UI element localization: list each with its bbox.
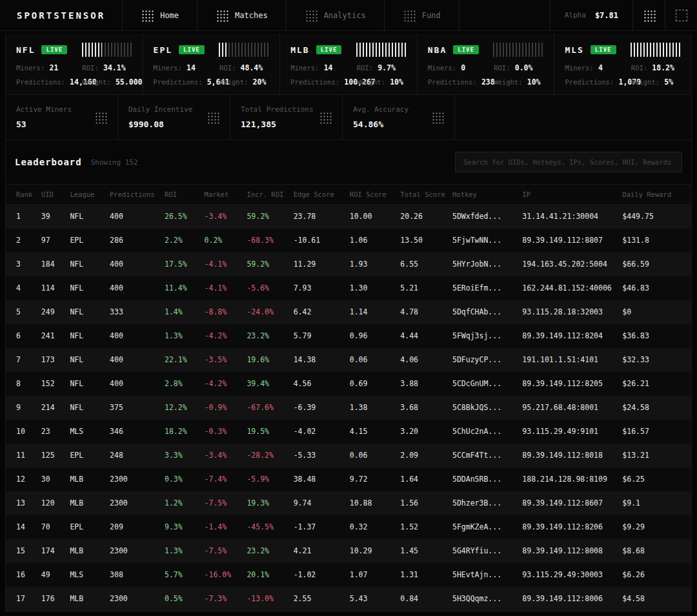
table-row[interactable]: 13120MLB23001.2%-7.5%19.3%9.7410.881.565…	[6, 491, 691, 515]
nav-items: HomeMatchesAnalyticsFund	[123, 0, 459, 30]
column-header-league[interactable]: League	[66, 185, 106, 205]
cell-hotkey: 5ERoiEfm...	[449, 276, 518, 300]
cell-edge-score: -6.39	[290, 396, 346, 420]
table-row[interactable]: 6241NFL4001.3%-4.2%23.2%5.790.964.445FWq…	[6, 324, 691, 348]
cell-incr-roi: 19.3%	[243, 491, 289, 515]
cell-ip: 93.115.29.49:30003	[518, 563, 618, 587]
cell-daily-reward: $9.29	[618, 515, 691, 539]
nav-item-matches[interactable]: Matches	[197, 0, 287, 30]
fullscreen-button[interactable]	[665, 0, 697, 30]
cell-market: -1.4%	[201, 515, 243, 539]
cell-edge-score: 5.79	[290, 324, 346, 348]
nav-item-home[interactable]: Home	[123, 0, 197, 30]
cell-roi-score: 1.30	[346, 276, 397, 300]
cell-roi-score: 0.69	[346, 372, 397, 396]
column-header-incr-roi[interactable]: Incr. ROI	[243, 185, 289, 205]
table-row[interactable]: 9214NFL37512.2%-0.9%-67.6%-6.391.383.685…	[6, 396, 691, 420]
cell-rank: 5	[6, 300, 37, 324]
cell-league: MLB	[66, 491, 106, 515]
cell-daily-reward: $16.57	[618, 420, 691, 444]
column-header-ip[interactable]: IP	[518, 185, 618, 205]
weight-stat: Weight: 20%	[219, 77, 269, 87]
sport-card-mls: MLSLIVEMiners: 4ROI: 18.2%Predictions: 1…	[554, 34, 691, 94]
column-header-roi[interactable]: ROI	[161, 185, 201, 205]
column-header-total-score[interactable]: Total Score	[396, 185, 449, 205]
table-row[interactable]: 4114NFL40011.4%-4.1%-5.6%7.931.305.215ER…	[6, 276, 691, 300]
cell-predictions: 2300	[106, 587, 161, 611]
stat-card-text: Total Predictions121,385	[241, 105, 314, 129]
live-badge: LIVE	[591, 45, 616, 54]
stat-card-text: Active Miners53	[16, 105, 72, 129]
cell-ip: 188.214.128.98:8109	[518, 467, 618, 491]
roi-stat: ROI: 9.7%	[357, 63, 407, 72]
table-header-row: RankUIDLeaguePredictionsROIMarketIncr. R…	[6, 185, 691, 205]
column-header-rank[interactable]: Rank	[6, 185, 37, 205]
nav-item-analytics[interactable]: Analytics	[287, 0, 385, 30]
grid-menu-button[interactable]	[632, 0, 665, 30]
cell-roi: 0.3%	[161, 467, 201, 491]
weight-value: 55.0000%	[116, 77, 143, 87]
roi-label: ROI:	[494, 64, 510, 72]
cell-hotkey: 5DFuzyCP...	[449, 348, 518, 372]
cell-hotkey: 5HEvtAjn...	[449, 563, 518, 587]
cell-predictions: 2300	[106, 467, 161, 491]
cell-edge-score: -5.33	[290, 444, 346, 467]
cell-league: MLB	[66, 467, 106, 491]
cell-edge-score: -1.37	[290, 515, 346, 539]
cell-rank: 16	[6, 563, 37, 587]
table-row[interactable]: 17176MLB23000.5%-7.3%-13.0%2.555.430.845…	[6, 587, 691, 611]
column-header-predictions[interactable]: Predictions	[106, 185, 161, 205]
cell-total-score: 3.68	[396, 396, 449, 420]
column-header-uid[interactable]: UID	[37, 185, 66, 205]
table-row[interactable]: 1649MLS3085.7%-16.0%20.1%-1.021.071.315H…	[6, 563, 691, 587]
column-header-market[interactable]: Market	[201, 185, 243, 205]
cell-ip: 89.39.149.112:8807	[518, 229, 618, 252]
nav-item-fund[interactable]: Fund	[385, 0, 460, 30]
cell-predictions: 375	[106, 396, 161, 420]
table-row[interactable]: 1230MLB23000.3%-7.4%-5.9%38.489.721.645D…	[6, 467, 691, 491]
cell-hotkey: 5FgmKZeA...	[449, 515, 518, 539]
avg-accuracy-pixel-icon	[431, 111, 444, 124]
cell-predictions: 400	[106, 205, 161, 229]
cell-predictions: 286	[106, 229, 161, 252]
table-row[interactable]: 1470EPL2099.3%-1.4%-45.5%-1.370.321.525F…	[6, 515, 691, 539]
roi-label: ROI:	[631, 64, 647, 72]
table-row[interactable]: 297EPL2862.2%0.2%-68.3%-10.611.0613.505F…	[6, 229, 691, 252]
cell-hotkey: 5FjwTwNN...	[449, 229, 518, 252]
cell-rank: 11	[6, 444, 37, 467]
weight-meter-fill	[631, 43, 681, 57]
table-row[interactable]: 8152NFL4002.8%-4.2%39.4%4.560.693.885CDc…	[6, 372, 691, 396]
table-row[interactable]: 7173NFL40022.1%-3.5%19.6%14.380.064.065D…	[6, 348, 691, 372]
alpha-label: Alpha	[565, 11, 586, 19]
cell-uid: 214	[37, 396, 66, 420]
cell-league: NFL	[66, 300, 106, 324]
weight-meter-fill	[356, 43, 407, 57]
column-header-daily-reward[interactable]: Daily Reward	[618, 185, 691, 205]
table-row[interactable]: 5249NFL3331.4%-8.8%-24.0%6.421.144.785Dq…	[6, 300, 691, 324]
cell-daily-reward: $26.21	[618, 372, 691, 396]
table-row[interactable]: 1023MLS34618.2%-0.3%19.5%-4.024.153.205C…	[6, 420, 691, 444]
cell-predictions: 333	[106, 300, 161, 324]
table-row[interactable]: 11125EPL2483.3%-3.4%-28.2%-5.330.062.095…	[6, 444, 691, 467]
cell-hotkey: 5H3QQqmz...	[449, 587, 518, 611]
cell-edge-score: 9.74	[290, 491, 346, 515]
table-row[interactable]: 15174MLB23001.3%-7.5%23.2%4.2110.291.455…	[6, 539, 691, 563]
column-header-hotkey[interactable]: Hotkey	[449, 185, 518, 205]
table-row[interactable]: 139NFL40026.5%-3.4%59.2%23.7810.0020.265…	[6, 205, 691, 229]
cell-rank: 10	[6, 420, 37, 444]
weight-label: Weight:	[494, 78, 522, 86]
predictions-stat: Predictions: 100,267	[290, 77, 352, 87]
table-row[interactable]: 3184NFL40017.5%-4.1%59.2%11.291.936.555H…	[6, 252, 691, 276]
roi-label: ROI:	[357, 64, 373, 72]
column-header-roi-score[interactable]: ROI Score	[346, 185, 397, 205]
brand-logo[interactable]: SPORTSTENSOR	[0, 0, 123, 30]
cell-market: -8.8%	[201, 300, 243, 324]
column-header-edge-score[interactable]: Edge Score	[290, 185, 346, 205]
cell-edge-score: 38.48	[290, 467, 346, 491]
cell-incr-roi: -28.2%	[243, 444, 289, 467]
cell-league: NFL	[66, 324, 106, 348]
stat-card-label: Total Predictions	[241, 105, 314, 114]
leaderboard-search-input[interactable]	[455, 152, 682, 172]
leaderboard-body: 139NFL40026.5%-3.4%59.2%23.7810.0020.265…	[6, 205, 691, 611]
cell-roi-score: 1.06	[346, 229, 397, 252]
